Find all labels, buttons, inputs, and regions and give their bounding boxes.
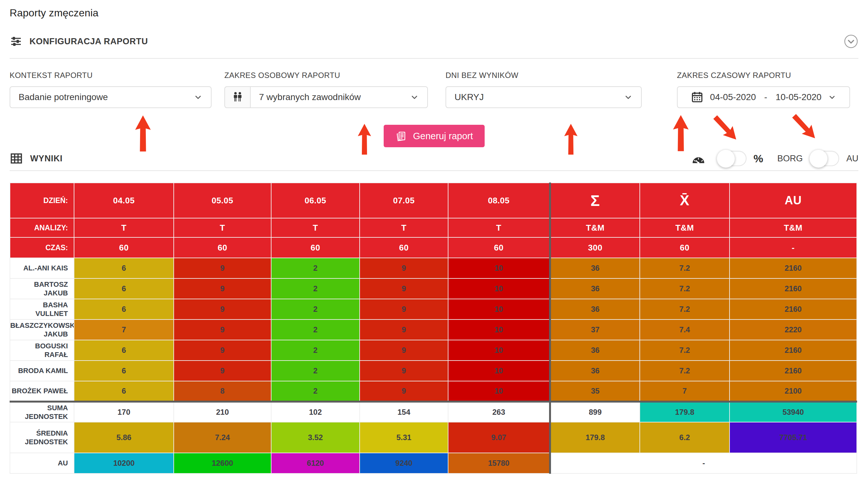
column-header: T&M <box>730 218 857 237</box>
column-header: T&M <box>550 218 640 237</box>
field-label: KONTEKST RAPORTU <box>10 71 212 80</box>
value-cell: 2160 <box>730 279 857 299</box>
au-label: AU <box>846 154 858 164</box>
value-cell: 8 <box>174 381 271 402</box>
value-cell: 9 <box>360 381 448 402</box>
collapse-section-button[interactable] <box>844 34 858 49</box>
chevron-down-icon <box>194 93 203 102</box>
config-section-title: KONFIGURACJA RAPORTU <box>30 36 148 47</box>
player-row: AL.-ANI KAIS692910367.22160 <box>10 258 857 279</box>
value-cell: 6 <box>74 381 174 402</box>
column-header: Σ <box>550 183 640 218</box>
value-cell: 36 <box>550 299 640 319</box>
value-cell: 10 <box>448 340 550 361</box>
column-header: T <box>174 218 271 237</box>
value-cell: 9240 <box>360 453 448 474</box>
report-context-select[interactable]: Badanie potreningowe <box>10 86 212 108</box>
percent-label: % <box>753 152 763 165</box>
value-cell: 2 <box>271 258 360 279</box>
value-cell: 6 <box>74 279 174 299</box>
value-cell: 9 <box>360 340 448 361</box>
value-cell: 9 <box>360 279 448 299</box>
chevron-down-icon <box>828 93 836 102</box>
value-cell: 2160 <box>730 361 857 381</box>
value-cell: 3.52 <box>271 422 360 453</box>
sliders-icon <box>10 36 23 47</box>
value-cell: 10 <box>448 299 550 319</box>
value-cell: 7.2 <box>640 340 730 361</box>
value-cell: 7.24 <box>174 422 271 453</box>
player-row: BASHA VULLNET692910367.22160 <box>10 299 857 319</box>
value-cell: 9 <box>174 340 271 361</box>
value-cell: 6 <box>74 258 174 279</box>
selected-value: Badanie potreningowe <box>19 92 108 102</box>
column-header: 04.05 <box>74 183 174 218</box>
table-header-row: DZIEŃ:04.0505.0506.0507.0508.05ΣX̄AU <box>10 183 857 218</box>
summary-row: ŚREDNIA JEDNOSTEK5.867.243.525.319.07179… <box>10 422 857 453</box>
field-label: DNI BEZ WYNIKÓW <box>445 71 642 80</box>
results-table: DZIEŃ:04.0505.0506.0507.0508.05ΣX̄AUANAL… <box>10 182 857 474</box>
column-header: T&M <box>640 218 730 237</box>
value-cell: 9 <box>174 299 271 319</box>
table-header-row: ANALIZY:TTTTTT&MT&MT&M <box>10 218 857 237</box>
field-label: ZAKRES OSOBOWY RAPORTU <box>224 71 428 80</box>
days-without-results-select[interactable]: UKRYJ <box>445 86 642 108</box>
borg-label: BORG <box>777 154 803 164</box>
value-cell: 2 <box>271 279 360 299</box>
results-section-title: WYNIKI <box>30 154 62 164</box>
value-cell: - <box>550 453 857 474</box>
value-cell: 2 <box>271 319 360 340</box>
value-cell: 6 <box>74 340 174 361</box>
value-cell: 10 <box>448 361 550 381</box>
value-cell: 9 <box>360 319 448 340</box>
personal-scope-select[interactable]: 7 wybranych zawodników <box>250 86 428 108</box>
field-report-context: KONTEKST RAPORTU Badanie potreningowe <box>10 71 212 108</box>
generate-report-button[interactable]: Generuj raport <box>384 125 485 147</box>
chevron-down-icon <box>410 93 419 102</box>
column-header: T <box>448 218 550 237</box>
value-cell: 2100 <box>730 381 857 402</box>
date-start: 04-05-2020 <box>710 92 756 102</box>
value-cell: 9 <box>360 299 448 319</box>
fatigue-reports-page: Raporty zmęczenia KONFIGURACJA RAPORTU K… <box>0 0 868 485</box>
percent-display-toggle[interactable] <box>717 151 746 166</box>
column-header: 60 <box>640 237 730 258</box>
value-cell: 2 <box>271 361 360 381</box>
date-separator: - <box>764 92 767 102</box>
value-cell: 2160 <box>730 340 857 361</box>
value-cell: 10 <box>448 258 550 279</box>
value-cell: 10 <box>448 279 550 299</box>
generate-report-label: Generuj raport <box>413 131 473 141</box>
value-cell: 2 <box>271 340 360 361</box>
summary-row-label: AU <box>10 453 74 474</box>
value-cell: 2 <box>271 381 360 402</box>
value-cell: 7 <box>74 319 174 340</box>
value-cell: 210 <box>174 402 271 422</box>
generate-row: Generuj raport <box>0 125 868 147</box>
value-cell: 9 <box>174 361 271 381</box>
summary-row: AU10200126006120924015780- <box>10 453 857 474</box>
value-cell: 9.07 <box>448 422 550 453</box>
calendar-icon <box>691 91 704 104</box>
value-cell: 36 <box>550 361 640 381</box>
player-name: BASHA VULLNET <box>10 299 74 319</box>
value-cell: 102 <box>271 402 360 422</box>
date-range-select[interactable]: 04-05-2020 - 10-05-2020 <box>677 86 850 108</box>
players-picker-button[interactable] <box>224 86 250 108</box>
value-cell: 36 <box>550 258 640 279</box>
header-row-label: CZAS: <box>10 237 74 258</box>
gauge-icon <box>691 152 706 165</box>
selected-value: UKRYJ <box>455 92 484 102</box>
value-cell: 2 <box>271 299 360 319</box>
field-days-without-results: DNI BEZ WYNIKÓW UKRYJ <box>445 71 642 108</box>
value-cell: 10 <box>448 381 550 402</box>
column-header: 60 <box>271 237 360 258</box>
value-cell: 179.8 <box>550 422 640 453</box>
selected-value: 7 wybranych zawodników <box>259 92 361 102</box>
column-header: 07.05 <box>360 183 448 218</box>
value-cell: 2160 <box>730 299 857 319</box>
display-options: % BORG AU <box>691 151 858 166</box>
value-cell: 10 <box>448 319 550 340</box>
borg-au-toggle[interactable] <box>810 151 839 166</box>
value-cell: 179.8 <box>640 402 730 422</box>
